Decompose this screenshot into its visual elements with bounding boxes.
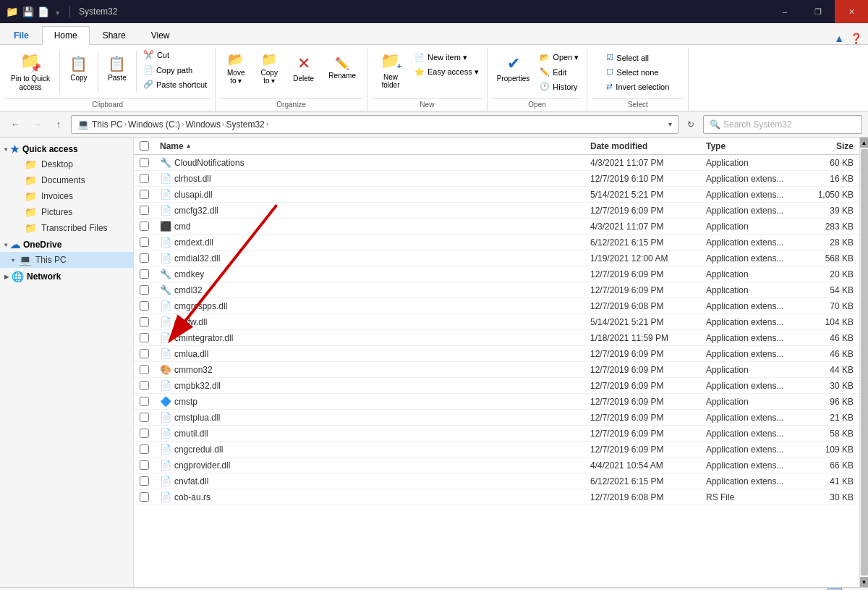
- scroll-down-button[interactable]: ▼: [860, 577, 869, 587]
- table-row[interactable]: 📄 cmdext.dll 6/12/2021 6:15 PM Applicati…: [134, 235, 859, 250]
- file-checkbox[interactable]: [140, 413, 149, 422]
- easy-access-button[interactable]: ⭐ Easy access ▾: [411, 65, 482, 79]
- sidebar-item-documents[interactable]: 📁 Documents: [0, 172, 133, 188]
- row-checkbox[interactable]: [134, 413, 154, 422]
- file-checkbox[interactable]: [140, 333, 149, 342]
- rename-button[interactable]: ✏️ Rename: [322, 48, 362, 88]
- table-row[interactable]: 📄 cnvfat.dll 6/12/2021 6:15 PM Applicati…: [134, 473, 859, 489]
- table-row[interactable]: 📄 clrhost.dll 12/7/2019 6:10 PM Applicat…: [134, 171, 859, 187]
- file-checkbox[interactable]: [140, 397, 149, 406]
- maximize-button[interactable]: ❐: [801, 0, 835, 23]
- table-row[interactable]: ⬛ cmd 4/3/2021 11:07 PM Application 283 …: [134, 219, 859, 235]
- tab-view[interactable]: View: [139, 25, 182, 44]
- paste-shortcut-button[interactable]: 🔗 Paste shortcut: [140, 77, 210, 91]
- sidebar-onedrive-header[interactable]: ▾ ☁ OneDrive: [0, 236, 133, 252]
- sidebar-item-desktop[interactable]: 📁 Desktop: [0, 156, 133, 172]
- row-checkbox[interactable]: [134, 429, 154, 438]
- file-checkbox[interactable]: [140, 190, 149, 199]
- scroll-thumb[interactable]: [861, 149, 868, 576]
- refresh-button[interactable]: ↻: [681, 115, 700, 134]
- tab-share[interactable]: Share: [90, 25, 138, 44]
- copy-path-button[interactable]: 📄 Copy path: [140, 63, 210, 77]
- row-checkbox[interactable]: [134, 476, 154, 486]
- new-item-button[interactable]: 📄 New item ▾: [411, 51, 482, 64]
- file-checkbox[interactable]: [140, 349, 149, 358]
- row-checkbox[interactable]: [134, 285, 154, 295]
- file-checkbox[interactable]: [140, 365, 149, 374]
- table-row[interactable]: 📄 cob-au.rs 12/7/2019 6:08 PM RS File 30…: [134, 489, 859, 505]
- table-row[interactable]: 🎨 cmmon32 12/7/2019 6:09 PM Application …: [134, 362, 859, 378]
- back-button[interactable]: ←: [6, 115, 25, 134]
- file-checkbox[interactable]: [140, 444, 149, 454]
- properties-button[interactable]: ✔ Properties: [492, 48, 535, 88]
- breadcrumb-windows[interactable]: Windows: [185, 119, 221, 130]
- edit-button[interactable]: ✏️ Edit: [536, 65, 582, 79]
- copy-button[interactable]: 📋 Copy: [63, 48, 95, 88]
- file-checkbox[interactable]: [140, 429, 149, 438]
- table-row[interactable]: 📄 cmintegrator.dll 1/18/2021 11:59 PM Ap…: [134, 330, 859, 346]
- row-checkbox[interactable]: [134, 349, 154, 358]
- vertical-scrollbar[interactable]: ▲ ▼: [859, 138, 868, 587]
- copy-to-button[interactable]: 📁 Copyto ▾: [253, 48, 285, 88]
- invert-selection-button[interactable]: ⇄ Invert selection: [603, 80, 673, 93]
- file-checkbox[interactable]: [140, 476, 149, 486]
- file-checkbox[interactable]: [140, 237, 149, 247]
- table-row[interactable]: 📄 cngcredui.dll 12/7/2019 6:09 PM Applic…: [134, 442, 859, 458]
- table-row[interactable]: 📄 clusapi.dll 5/14/2021 5:21 PM Applicat…: [134, 187, 859, 203]
- up-button[interactable]: ↑: [49, 115, 68, 134]
- address-box[interactable]: 💻 This PC › Windows (C:) › Windows › Sys…: [71, 115, 678, 134]
- row-checkbox[interactable]: [134, 158, 154, 167]
- select-none-button[interactable]: ☐ Select none: [603, 65, 673, 79]
- file-checkbox[interactable]: [140, 301, 149, 311]
- address-dropdown-icon[interactable]: ▾: [668, 120, 672, 128]
- cut-button[interactable]: ✂️ Cut: [140, 48, 210, 62]
- header-checkbox[interactable]: [134, 141, 154, 151]
- file-checkbox[interactable]: [140, 253, 149, 263]
- table-row[interactable]: 📄 cngprovider.dll 4/4/2021 10:54 AM Appl…: [134, 458, 859, 473]
- pin-to-quick-access-button[interactable]: 📁 📌 Pin to Quickaccess: [4, 48, 56, 96]
- file-checkbox[interactable]: [140, 492, 149, 502]
- file-checkbox[interactable]: [140, 317, 149, 326]
- file-checkbox[interactable]: [140, 158, 149, 167]
- table-row[interactable]: 📄 cmgrcspps.dll 12/7/2019 6:08 PM Applic…: [134, 298, 859, 314]
- table-row[interactable]: 🔧 cmdkey 12/7/2019 6:09 PM Application 2…: [134, 266, 859, 282]
- table-row[interactable]: 🔧 CloudNotifications 4/3/2021 11:07 PM A…: [134, 155, 859, 171]
- row-checkbox[interactable]: [134, 397, 154, 406]
- table-row[interactable]: 🔷 cmstp 12/7/2019 6:09 PM Application 96…: [134, 394, 859, 410]
- table-row[interactable]: 📄 cmdial32.dll 1/19/2021 12:00 AM Applic…: [134, 250, 859, 266]
- file-checkbox[interactable]: [140, 222, 149, 231]
- row-checkbox[interactable]: [134, 317, 154, 326]
- select-all-checkbox[interactable]: [140, 141, 149, 151]
- sidebar-quick-access-header[interactable]: ▾ ★ Quick access: [0, 140, 133, 156]
- table-row[interactable]: 📄 cmifw.dll 5/14/2021 5:21 PM Applicatio…: [134, 314, 859, 330]
- row-checkbox[interactable]: [134, 237, 154, 247]
- sidebar-item-pictures[interactable]: 📁 Pictures: [0, 204, 133, 220]
- breadcrumb-thispc[interactable]: This PC: [92, 119, 123, 130]
- row-checkbox[interactable]: [134, 174, 154, 183]
- breadcrumb-system32[interactable]: System32: [226, 119, 264, 130]
- row-checkbox[interactable]: [134, 269, 154, 279]
- move-to-button[interactable]: 📂 Moveto ▾: [220, 48, 252, 88]
- paste-button[interactable]: 📋 Paste: [101, 48, 133, 88]
- sidebar-network-header[interactable]: ▶ 🌐 Network: [0, 268, 133, 284]
- select-all-button[interactable]: ☑ Select all: [603, 51, 673, 64]
- delete-button[interactable]: ✕ Delete: [286, 48, 320, 88]
- sidebar-item-thispc[interactable]: ▾ 💻 This PC: [0, 252, 133, 268]
- file-checkbox[interactable]: [140, 206, 149, 215]
- col-type-header[interactable]: Type: [700, 141, 801, 151]
- help-button[interactable]: ❓: [850, 33, 862, 44]
- row-checkbox[interactable]: [134, 460, 154, 470]
- row-checkbox[interactable]: [134, 253, 154, 263]
- row-checkbox[interactable]: [134, 301, 154, 311]
- new-folder-button[interactable]: 📁 + Newfolder: [372, 48, 409, 93]
- row-checkbox[interactable]: [134, 333, 154, 342]
- row-checkbox[interactable]: [134, 444, 154, 454]
- table-row[interactable]: 📄 cmcfg32.dll 12/7/2019 6:09 PM Applicat…: [134, 203, 859, 219]
- row-checkbox[interactable]: [134, 222, 154, 231]
- table-row[interactable]: 📄 cmutil.dll 12/7/2019 6:09 PM Applicati…: [134, 426, 859, 442]
- table-row[interactable]: 📄 cmpbk32.dll 12/7/2019 6:09 PM Applicat…: [134, 378, 859, 394]
- sidebar-item-transcribed[interactable]: 📁 Transcribed Files: [0, 220, 133, 236]
- file-checkbox[interactable]: [140, 285, 149, 295]
- tab-home[interactable]: Home: [42, 26, 90, 45]
- sidebar-item-invoices[interactable]: 📁 Invoices: [0, 188, 133, 204]
